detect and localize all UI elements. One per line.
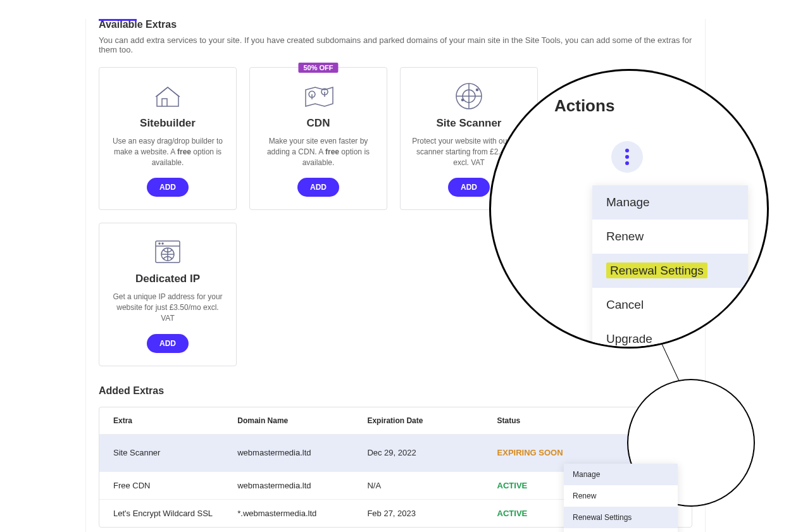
cell-domain: webmastermedia.ltd	[237, 448, 367, 457]
zoom-annotation-large: Actions Manage Renew Renewal Settings Ca…	[490, 70, 768, 348]
map-pin-icon	[258, 80, 379, 112]
card-dedicated-ip: Dedicated IP Get a unique IP address for…	[99, 223, 237, 366]
add-button[interactable]: ADD	[297, 178, 339, 197]
section-subtitle: You can add extra services to your site.…	[99, 35, 692, 54]
col-extra: Extra	[113, 416, 237, 425]
card-title: Site Scanner	[408, 117, 530, 130]
col-status: Status	[497, 416, 621, 425]
active-tab-indicator	[99, 19, 137, 21]
add-button[interactable]: ADD	[448, 178, 490, 197]
discount-badge: 50% OFF	[298, 63, 338, 73]
menu-renew[interactable]: Renew	[564, 485, 678, 507]
cell-exp: N/A	[367, 481, 497, 490]
section-title: Available Extras	[99, 19, 692, 30]
globe-window-icon	[107, 236, 228, 268]
cell-domain: *.webmastermedia.ltd	[237, 509, 367, 518]
zoom-menu-renew[interactable]: Renew	[592, 220, 748, 254]
added-extras-title: Added Extras	[99, 385, 692, 397]
zoom-menu-manage[interactable]: Manage	[592, 185, 748, 220]
add-button[interactable]: ADD	[147, 334, 189, 353]
add-button[interactable]: ADD	[147, 178, 189, 197]
cell-domain: webmastermedia.ltd	[237, 481, 367, 490]
zoom-dots-button[interactable]	[611, 141, 643, 173]
dots-icon	[625, 149, 629, 165]
house-icon	[107, 80, 228, 112]
added-extras-table: Extra Domain Name Expiration Date Status…	[99, 407, 692, 528]
svg-point-3	[476, 89, 478, 91]
radar-icon	[408, 80, 530, 112]
cell-extra: Let's Encrypt Wildcard SSL	[113, 509, 237, 518]
col-domain: Domain Name	[237, 416, 367, 425]
svg-point-7	[162, 243, 163, 244]
card-sitebuilder: Sitebuilder Use an easy drag/drop builde…	[99, 67, 237, 210]
card-cdn: 50% OFF CDN Make your site even faster b…	[249, 67, 387, 210]
card-desc: Make your site even faster by adding a C…	[258, 136, 379, 168]
zoom-title: Actions	[554, 96, 748, 116]
card-title: Sitebuilder	[107, 117, 228, 130]
table-header: Extra Domain Name Expiration Date Status…	[99, 407, 692, 435]
zoom-menu-renewal-settings[interactable]: Renewal Settings	[592, 254, 748, 288]
svg-point-2	[462, 99, 464, 101]
card-title: Dedicated IP	[107, 273, 228, 285]
cell-exp: Feb 27, 2023	[367, 509, 497, 518]
actions-dropdown: Manage Renew Renewal Settings Cancel Upg…	[564, 464, 678, 532]
menu-cancel[interactable]: Cancel	[564, 528, 678, 532]
cell-extra: Free CDN	[113, 481, 237, 490]
card-desc: Use an easy drag/drop builder to make a …	[107, 136, 228, 168]
svg-point-6	[159, 243, 160, 244]
menu-renewal-settings[interactable]: Renewal Settings	[564, 507, 678, 528]
cell-exp: Dec 29, 2022	[367, 448, 497, 457]
zoom-menu-cancel[interactable]: Cancel	[592, 288, 748, 322]
menu-manage[interactable]: Manage	[564, 464, 678, 485]
card-title: CDN	[258, 117, 379, 130]
cell-status: EXPIRING SOON	[497, 448, 621, 457]
card-desc: Get a unique IP address for your website…	[107, 292, 228, 323]
col-exp: Expiration Date	[367, 416, 497, 425]
cell-extra: Site Scanner	[113, 448, 237, 457]
table-row: Site Scanner webmastermedia.ltd Dec 29, …	[99, 435, 692, 472]
zoom-dropdown: Manage Renew Renewal Settings Cancel Upg…	[592, 185, 748, 348]
